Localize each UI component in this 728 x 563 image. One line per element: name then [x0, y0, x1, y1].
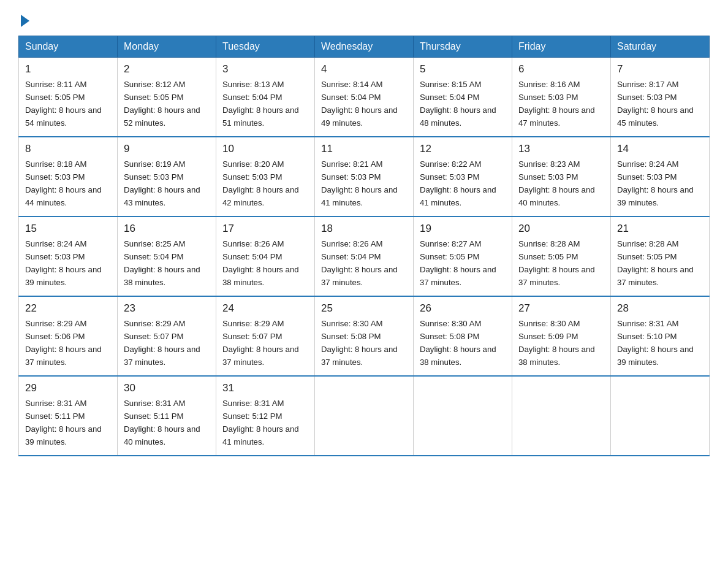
day-number: 11: [321, 141, 407, 157]
day-number: 10: [222, 141, 308, 157]
calendar-cell: 10 Sunrise: 8:20 AMSunset: 5:03 PMDaylig…: [216, 137, 315, 216]
calendar-cell: 9 Sunrise: 8:19 AMSunset: 5:03 PMDayligh…: [118, 137, 216, 216]
day-number: 28: [617, 301, 703, 316]
day-info: Sunrise: 8:28 AMSunset: 5:05 PMDaylight:…: [518, 239, 595, 287]
calendar-cell: 19 Sunrise: 8:27 AMSunset: 5:05 PMDaylig…: [414, 216, 512, 296]
day-info: Sunrise: 8:17 AMSunset: 5:03 PMDaylight:…: [617, 80, 694, 128]
day-info: Sunrise: 8:22 AMSunset: 5:03 PMDaylight:…: [420, 159, 496, 207]
logo-arrow-icon: [21, 15, 29, 27]
day-info: Sunrise: 8:30 AMSunset: 5:09 PMDaylight:…: [518, 319, 595, 367]
day-number: 7: [617, 61, 703, 77]
calendar-cell: 31 Sunrise: 8:31 AMSunset: 5:12 PMDaylig…: [216, 376, 315, 456]
day-number: 19: [420, 221, 506, 237]
column-header-monday: Monday: [118, 36, 216, 58]
column-header-friday: Friday: [512, 36, 611, 58]
calendar-cell: 7 Sunrise: 8:17 AMSunset: 5:03 PMDayligh…: [611, 58, 710, 137]
calendar-cell: 11 Sunrise: 8:21 AMSunset: 5:03 PMDaylig…: [315, 137, 414, 216]
calendar-cell: 20 Sunrise: 8:28 AMSunset: 5:05 PMDaylig…: [512, 216, 611, 296]
day-number: 22: [25, 301, 111, 316]
day-number: 12: [420, 141, 506, 157]
day-info: Sunrise: 8:21 AMSunset: 5:03 PMDaylight:…: [321, 159, 398, 207]
day-number: 23: [124, 301, 210, 316]
calendar-table: SundayMondayTuesdayWednesdayThursdayFrid…: [18, 36, 710, 456]
calendar-cell: 30 Sunrise: 8:31 AMSunset: 5:11 PMDaylig…: [118, 376, 216, 456]
calendar-cell: 15 Sunrise: 8:24 AMSunset: 5:03 PMDaylig…: [19, 216, 118, 296]
calendar-header-row: SundayMondayTuesdayWednesdayThursdayFrid…: [19, 36, 710, 58]
column-header-saturday: Saturday: [611, 36, 710, 58]
calendar-cell: [315, 376, 414, 456]
calendar-cell: [611, 376, 710, 456]
day-number: 15: [25, 221, 111, 237]
calendar-cell: 12 Sunrise: 8:22 AMSunset: 5:03 PMDaylig…: [414, 137, 512, 216]
day-info: Sunrise: 8:29 AMSunset: 5:06 PMDaylight:…: [25, 319, 102, 367]
day-info: Sunrise: 8:31 AMSunset: 5:11 PMDaylight:…: [124, 399, 200, 446]
day-info: Sunrise: 8:31 AMSunset: 5:12 PMDaylight:…: [222, 399, 299, 446]
day-number: 1: [25, 61, 111, 77]
day-number: 4: [321, 61, 407, 77]
day-info: Sunrise: 8:18 AMSunset: 5:03 PMDaylight:…: [25, 159, 102, 207]
calendar-cell: 29 Sunrise: 8:31 AMSunset: 5:11 PMDaylig…: [19, 376, 118, 456]
day-number: 14: [617, 141, 703, 157]
day-info: Sunrise: 8:29 AMSunset: 5:07 PMDaylight:…: [222, 319, 299, 367]
day-number: 26: [420, 301, 506, 316]
calendar-cell: 13 Sunrise: 8:23 AMSunset: 5:03 PMDaylig…: [512, 137, 611, 216]
day-info: Sunrise: 8:26 AMSunset: 5:04 PMDaylight:…: [321, 239, 398, 287]
day-info: Sunrise: 8:24 AMSunset: 5:03 PMDaylight:…: [25, 239, 102, 287]
day-number: 3: [222, 61, 308, 77]
calendar-cell: 4 Sunrise: 8:14 AMSunset: 5:04 PMDayligh…: [315, 58, 414, 137]
day-info: Sunrise: 8:23 AMSunset: 5:03 PMDaylight:…: [518, 159, 595, 207]
day-number: 18: [321, 221, 407, 237]
calendar-week-row: 22 Sunrise: 8:29 AMSunset: 5:06 PMDaylig…: [19, 296, 710, 376]
column-header-tuesday: Tuesday: [216, 36, 315, 58]
logo-top: [18, 12, 29, 27]
day-info: Sunrise: 8:15 AMSunset: 5:04 PMDaylight:…: [420, 80, 496, 128]
column-header-wednesday: Wednesday: [315, 36, 414, 58]
day-info: Sunrise: 8:31 AMSunset: 5:11 PMDaylight:…: [25, 399, 102, 446]
day-info: Sunrise: 8:11 AMSunset: 5:05 PMDaylight:…: [25, 80, 102, 128]
calendar-cell: 26 Sunrise: 8:30 AMSunset: 5:08 PMDaylig…: [414, 296, 512, 376]
calendar-week-row: 1 Sunrise: 8:11 AMSunset: 5:05 PMDayligh…: [19, 58, 710, 137]
day-number: 30: [124, 380, 210, 396]
day-number: 16: [124, 221, 210, 237]
calendar-week-row: 29 Sunrise: 8:31 AMSunset: 5:11 PMDaylig…: [19, 376, 710, 456]
day-number: 8: [25, 141, 111, 157]
day-info: Sunrise: 8:26 AMSunset: 5:04 PMDaylight:…: [222, 239, 299, 287]
day-number: 6: [518, 61, 604, 77]
day-info: Sunrise: 8:24 AMSunset: 5:03 PMDaylight:…: [617, 159, 694, 207]
day-info: Sunrise: 8:30 AMSunset: 5:08 PMDaylight:…: [420, 319, 496, 367]
calendar-cell: 16 Sunrise: 8:25 AMSunset: 5:04 PMDaylig…: [118, 216, 216, 296]
day-info: Sunrise: 8:19 AMSunset: 5:03 PMDaylight:…: [124, 159, 200, 207]
calendar-cell: 18 Sunrise: 8:26 AMSunset: 5:04 PMDaylig…: [315, 216, 414, 296]
logo: [18, 12, 29, 25]
day-info: Sunrise: 8:12 AMSunset: 5:05 PMDaylight:…: [124, 80, 200, 128]
day-number: 2: [124, 61, 210, 77]
day-info: Sunrise: 8:27 AMSunset: 5:05 PMDaylight:…: [420, 239, 496, 287]
calendar-cell: 23 Sunrise: 8:29 AMSunset: 5:07 PMDaylig…: [118, 296, 216, 376]
column-header-thursday: Thursday: [414, 36, 512, 58]
calendar-cell: 6 Sunrise: 8:16 AMSunset: 5:03 PMDayligh…: [512, 58, 611, 137]
day-number: 21: [617, 221, 703, 237]
calendar-cell: [414, 376, 512, 456]
calendar-cell: 2 Sunrise: 8:12 AMSunset: 5:05 PMDayligh…: [118, 58, 216, 137]
day-info: Sunrise: 8:30 AMSunset: 5:08 PMDaylight:…: [321, 319, 398, 367]
calendar-cell: 5 Sunrise: 8:15 AMSunset: 5:04 PMDayligh…: [414, 58, 512, 137]
day-number: 25: [321, 301, 407, 316]
day-info: Sunrise: 8:20 AMSunset: 5:03 PMDaylight:…: [222, 159, 299, 207]
calendar-cell: 21 Sunrise: 8:28 AMSunset: 5:05 PMDaylig…: [611, 216, 710, 296]
day-number: 31: [222, 380, 308, 396]
day-info: Sunrise: 8:25 AMSunset: 5:04 PMDaylight:…: [124, 239, 200, 287]
day-number: 20: [518, 221, 604, 237]
day-number: 27: [518, 301, 604, 316]
calendar-cell: 8 Sunrise: 8:18 AMSunset: 5:03 PMDayligh…: [19, 137, 118, 216]
calendar-week-row: 8 Sunrise: 8:18 AMSunset: 5:03 PMDayligh…: [19, 137, 710, 216]
calendar-cell: 25 Sunrise: 8:30 AMSunset: 5:08 PMDaylig…: [315, 296, 414, 376]
day-number: 9: [124, 141, 210, 157]
calendar-cell: 1 Sunrise: 8:11 AMSunset: 5:05 PMDayligh…: [19, 58, 118, 137]
day-info: Sunrise: 8:29 AMSunset: 5:07 PMDaylight:…: [124, 319, 200, 367]
calendar-cell: 24 Sunrise: 8:29 AMSunset: 5:07 PMDaylig…: [216, 296, 315, 376]
day-info: Sunrise: 8:13 AMSunset: 5:04 PMDaylight:…: [222, 80, 299, 128]
day-number: 13: [518, 141, 604, 157]
calendar-cell: [512, 376, 611, 456]
calendar-cell: 27 Sunrise: 8:30 AMSunset: 5:09 PMDaylig…: [512, 296, 611, 376]
day-number: 24: [222, 301, 308, 316]
